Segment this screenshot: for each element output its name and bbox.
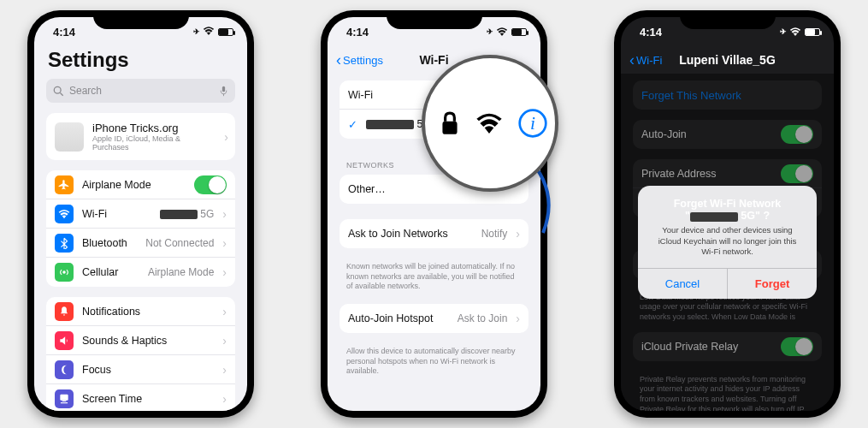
status-time: 4:14 (53, 26, 75, 39)
chevron-right-icon: › (222, 266, 227, 278)
info-button[interactable]: i (517, 108, 548, 139)
svg-rect-12 (442, 122, 457, 134)
svg-point-0 (54, 86, 61, 93)
apple-id-thumbnail (55, 122, 84, 152)
apple-id-title: iPhone Tricks.org (92, 122, 216, 134)
chevron-right-icon: › (516, 312, 520, 324)
chevron-right-icon: › (222, 237, 227, 249)
phone-settings: 4:14 ✈︎ Settings Search iPhone Tricks.or… (27, 10, 254, 418)
battery-icon (511, 28, 527, 36)
wifi-icon (496, 27, 508, 36)
airplane-icon: ✈︎ (193, 27, 199, 36)
airplane-icon: ✈︎ (780, 27, 786, 36)
focus-icon (55, 360, 74, 379)
row-airplane-mode[interactable]: Airplane Mode (46, 170, 235, 199)
svg-rect-5 (62, 401, 67, 401)
alert-dim: Forget Wi-Fi Network " 5G" ? Your device… (621, 74, 834, 411)
row-wifi[interactable]: Wi-Fi 5G › (46, 199, 235, 229)
row-bluetooth[interactable]: Bluetooth Not Connected › (46, 229, 235, 258)
notifications-icon (55, 302, 74, 321)
checkmark-icon: ✓ (348, 118, 357, 131)
chevron-right-icon: › (222, 364, 227, 376)
apple-id-row[interactable]: iPhone Tricks.org Apple ID, iCloud, Medi… (46, 113, 235, 160)
alert-forget-button[interactable]: Forget (727, 269, 817, 299)
row-notifications[interactable]: Notifications › (46, 297, 235, 326)
alert-title: Forget Wi-Fi Network " 5G" ? (652, 198, 803, 222)
wifi-icon (789, 27, 801, 36)
chevron-right-icon: › (224, 131, 228, 143)
chevron-right-icon: › (222, 208, 227, 220)
forget-alert: Forget Wi-Fi Network " 5G" ? Your device… (638, 186, 817, 298)
magnifier-callout: i (422, 55, 558, 192)
nav-bar: ‹ Wi-Fi Lupeni Villae_5G (621, 46, 834, 74)
notch (93, 10, 189, 29)
chevron-left-icon: ‹ (336, 51, 341, 69)
svg-rect-6 (61, 402, 68, 403)
apple-id-subtitle: Apple ID, iCloud, Media & Purchases (92, 134, 216, 152)
search-icon (53, 86, 64, 97)
phone-wifi: 4:14 ✈︎ ‹ Settings Wi-Fi Wi-Fi ✓ (321, 10, 547, 418)
chevron-right-icon: › (222, 306, 227, 318)
wifi-icon (203, 27, 215, 37)
row-screen-time[interactable]: Screen Time › (46, 384, 235, 411)
chevron-right-icon: › (222, 393, 227, 405)
ask-footer: Known networks will be joined automatica… (328, 259, 540, 292)
alert-message: Your device and other devices using iClo… (652, 225, 803, 257)
wifi-icon (55, 205, 74, 223)
row-sounds[interactable]: Sounds & Haptics › (46, 326, 235, 355)
status-time: 4:14 (640, 26, 662, 39)
bluetooth-icon (55, 234, 74, 253)
redacted-ssid (160, 210, 198, 219)
row-focus[interactable]: Focus › (46, 355, 235, 384)
status-time: 4:14 (346, 26, 369, 39)
svg-text:i: i (530, 113, 535, 134)
row-auto-join-hotspot[interactable]: Auto-Join Hotspot Ask to Join › (340, 304, 528, 333)
search-placeholder: Search (69, 85, 214, 97)
notch (387, 10, 482, 29)
phone-network-detail: 4:14 ✈︎ ‹ Wi-Fi Lupeni Villae_5G Forget … (614, 10, 841, 418)
screen-time-icon (55, 389, 74, 408)
wifi-signal-icon (475, 113, 504, 134)
redacted-ssid (366, 120, 414, 129)
cellular-icon (55, 263, 74, 282)
back-button[interactable]: ‹ Wi-Fi (629, 51, 662, 69)
back-button[interactable]: ‹ Settings (336, 51, 383, 69)
svg-point-3 (63, 271, 65, 273)
airplane-toggle[interactable] (194, 175, 227, 194)
search-input[interactable]: Search (46, 79, 235, 103)
svg-rect-2 (222, 86, 225, 92)
row-cellular[interactable]: Cellular Airplane Mode › (46, 258, 235, 287)
lock-icon (439, 110, 461, 136)
notch (680, 10, 776, 29)
battery-icon (218, 28, 233, 36)
page-title: Settings (34, 46, 247, 79)
svg-rect-4 (60, 395, 68, 401)
alert-cancel-button[interactable]: Cancel (638, 269, 727, 299)
sounds-icon (55, 331, 74, 350)
svg-line-1 (60, 92, 62, 95)
battery-icon (805, 28, 820, 36)
mic-icon (219, 86, 228, 97)
redacted-ssid (690, 212, 738, 222)
hotspot-footer: Allow this device to automatically disco… (328, 343, 540, 377)
airplane-icon (55, 175, 74, 194)
chevron-left-icon: ‹ (629, 51, 635, 69)
chevron-right-icon: › (222, 335, 227, 347)
airplane-icon: ✈︎ (487, 27, 493, 36)
